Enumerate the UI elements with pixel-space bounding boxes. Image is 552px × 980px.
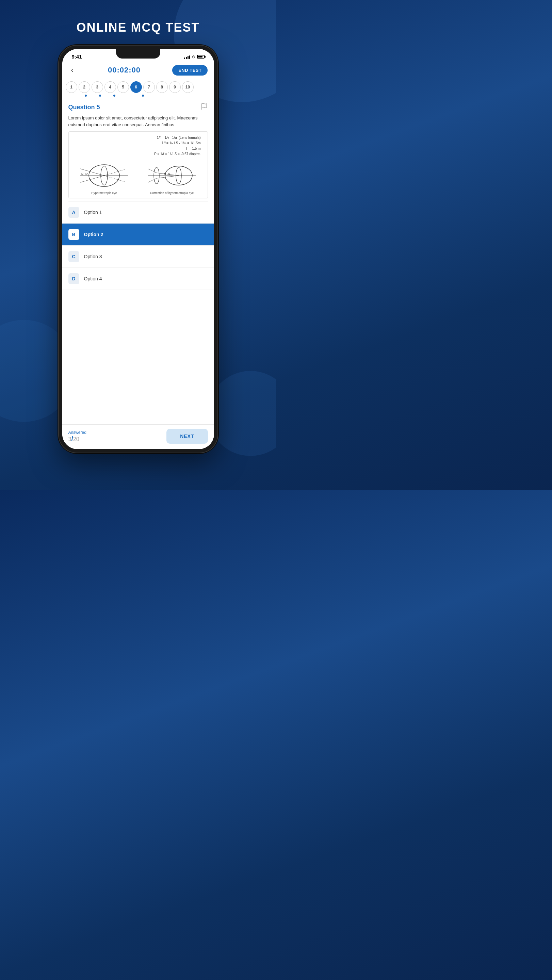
correction-eye-svg: N N'	[146, 159, 197, 189]
svg-line-5	[80, 176, 104, 182]
diagram-label-1: Hypermetropic eye	[91, 191, 117, 195]
formula-line-4: P = 1/f = 1/-1.5 = -0.67 dioptre.	[72, 151, 201, 157]
lens-formula: 1/f = 1/v - 1/u (Lens formula) 1/f = 1/-…	[72, 135, 204, 157]
option-b-letter: B	[68, 229, 79, 240]
wifi-icon: ⊙	[192, 54, 195, 59]
diagram-label-2: Correction of hypermetropia eye	[150, 191, 194, 195]
q-num-6-active[interactable]: 6	[130, 81, 142, 93]
formula-line-3: f = -1.5 m	[72, 146, 201, 151]
q-num-9[interactable]: 9	[169, 81, 181, 93]
option-a-text: Option 1	[84, 210, 102, 215]
battery-fill	[198, 56, 203, 57]
question-header: Question 5	[62, 99, 214, 115]
option-d-row[interactable]: D Option 4	[62, 268, 214, 290]
status-icons: ⊙	[184, 54, 205, 59]
signal-bar-3	[188, 56, 189, 59]
option-c-letter: C	[68, 251, 79, 262]
phone-frame: 9:41 ⊙ ‹ 00:02:00 END TEST 1	[58, 45, 218, 453]
dot-2	[85, 95, 87, 97]
signal-bar-2	[186, 57, 187, 59]
answered-section: Answered 3/20	[68, 430, 86, 443]
dot-spacer-5	[123, 95, 134, 97]
dot-6	[142, 95, 144, 97]
dot-spacer-3	[94, 95, 106, 97]
svg-text:N: N	[164, 172, 166, 176]
question-text: Lorem ipsum dolor sit amet, consectetur …	[62, 115, 214, 131]
end-test-button[interactable]: END TEST	[172, 65, 208, 76]
timer-display: 00:02:00	[108, 66, 140, 75]
phone-notch	[116, 49, 160, 59]
diagram-hypermetropic: N N' Hypermetropic eye	[79, 159, 130, 195]
page-title: ONLINE MCQ TEST	[76, 21, 200, 35]
status-time: 9:41	[72, 54, 82, 60]
option-b-text: Option 2	[84, 232, 103, 237]
back-button[interactable]: ‹	[68, 64, 76, 76]
header-bar: ‹ 00:02:00 END TEST	[62, 62, 214, 79]
dot-spacer-1	[66, 95, 77, 97]
option-d-letter: D	[68, 273, 79, 284]
svg-text:N': N'	[168, 172, 170, 176]
dot-spacer-2	[80, 95, 92, 97]
question-number-row: 1 2 3 4 5 6 7 8 9 10	[62, 79, 214, 94]
option-c-row[interactable]: C Option 3	[62, 246, 214, 268]
formula-line-2: 1/f = 1/-1.5 - 1/∞ = 1/1.5m	[72, 140, 201, 146]
q-num-3[interactable]: 3	[92, 81, 103, 93]
option-a-letter: A	[68, 207, 79, 218]
svg-text:N': N'	[86, 172, 88, 176]
question-dots-row	[62, 94, 214, 99]
footer-bar: Answered 3/20 NEXT	[62, 424, 214, 449]
option-a-row[interactable]: A Option 1	[62, 202, 214, 224]
phone-screen: 9:41 ⊙ ‹ 00:02:00 END TEST 1	[62, 49, 214, 449]
question-title: Question 5	[68, 104, 100, 111]
dot-spacer-6	[137, 95, 149, 97]
battery-icon	[197, 55, 205, 59]
formula-line-1: 1/f = 1/v - 1/u (Lens formula)	[72, 135, 201, 140]
next-button[interactable]: NEXT	[166, 429, 208, 444]
svg-line-15	[148, 178, 157, 182]
q-num-2[interactable]: 2	[79, 81, 90, 93]
answered-count: 3/20	[68, 435, 86, 443]
option-b-row[interactable]: B Option 2	[62, 224, 214, 246]
dot-spacer-4	[108, 95, 120, 97]
diagrams-row: N N' Hypermetropic eye	[72, 159, 204, 195]
signal-bar-4	[189, 56, 190, 59]
q-num-8[interactable]: 8	[156, 81, 168, 93]
options-section: A Option 1 B Option 2 C Option 3 D Optio…	[62, 202, 214, 290]
question-diagram: 1/f = 1/v - 1/u (Lens formula) 1/f = 1/-…	[68, 131, 208, 198]
svg-line-17	[157, 176, 179, 178]
dot-4	[113, 95, 115, 97]
q-num-1[interactable]: 1	[66, 81, 77, 93]
answered-label: Answered	[68, 430, 86, 435]
bg-decoration-3	[208, 371, 276, 456]
flag-icon[interactable]	[200, 103, 208, 112]
q-num-4[interactable]: 4	[105, 81, 116, 93]
answered-number: 3	[68, 436, 72, 442]
signal-icon	[184, 55, 190, 59]
hypermetropic-eye-svg: N N'	[79, 159, 130, 189]
total-number: 20	[73, 436, 79, 442]
option-d-text: Option 4	[84, 276, 102, 282]
q-num-10[interactable]: 10	[182, 81, 194, 93]
svg-text:N: N	[81, 172, 83, 176]
diagram-correction: N N' Correction of hypermetropia eye	[146, 159, 197, 195]
svg-line-14	[148, 169, 157, 173]
question-content: Question 5 Lorem ipsum dolor sit amet, c…	[62, 99, 214, 424]
q-num-5[interactable]: 5	[118, 81, 129, 93]
option-c-text: Option 3	[84, 254, 102, 259]
svg-line-4	[80, 169, 104, 176]
signal-bar-1	[184, 57, 185, 59]
dot-3	[99, 95, 101, 97]
q-num-7[interactable]: 7	[143, 81, 155, 93]
